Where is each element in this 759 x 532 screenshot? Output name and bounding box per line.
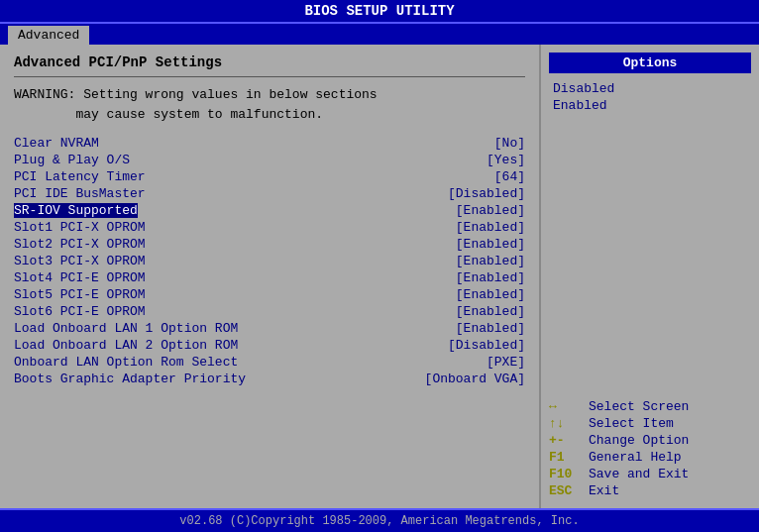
option-item: Disabled: [553, 81, 751, 96]
setting-name: Slot6 PCI-E OPROM: [14, 304, 146, 319]
setting-row[interactable]: Load Onboard LAN 1 Option ROM[Enabled]: [14, 321, 525, 336]
setting-value: [PXE]: [487, 355, 525, 370]
setting-value: [Enabled]: [456, 237, 525, 252]
keybind-key: ↑↓: [549, 416, 589, 431]
keybind-key: F10: [549, 467, 589, 481]
keybind-desc: Select Item: [589, 416, 674, 431]
setting-name: Slot1 PCI-X OPROM: [14, 220, 146, 235]
setting-row[interactable]: PCI Latency Timer[64]: [14, 169, 525, 184]
setting-row[interactable]: Slot2 PCI-X OPROM[Enabled]: [14, 237, 525, 252]
keybind-key: +-: [549, 433, 589, 448]
keybind-key: ↔: [549, 399, 589, 414]
setting-name: Plug & Play O/S: [14, 153, 130, 167]
setting-name: Slot5 PCI-E OPROM: [14, 287, 146, 302]
setting-value: [Enabled]: [456, 304, 525, 319]
keybind-desc: Save and Exit: [589, 467, 689, 481]
setting-name: PCI IDE BusMaster: [14, 186, 146, 201]
keybind-key: ESC: [549, 483, 589, 498]
setting-value: [Enabled]: [456, 321, 525, 336]
tab-row: Advanced: [0, 24, 759, 45]
setting-name: Load Onboard LAN 1 Option ROM: [14, 321, 238, 336]
setting-value: [Disabled]: [448, 186, 525, 201]
keybind-desc: Change Option: [589, 433, 689, 448]
setting-name: Onboard LAN Option Rom Select: [14, 355, 238, 370]
page-title: Advanced PCI/PnP Settings: [14, 54, 525, 70]
setting-value: [Onboard VGA]: [425, 372, 525, 386]
setting-value: [Yes]: [487, 153, 525, 167]
setting-name: Clear NVRAM: [14, 136, 99, 151]
setting-name: SR-IOV Supported: [14, 203, 138, 218]
setting-row[interactable]: Slot1 PCI-X OPROM[Enabled]: [14, 220, 525, 235]
settings-list: Clear NVRAM[No]Plug & Play O/S[Yes]PCI L…: [14, 136, 525, 386]
setting-value: [Enabled]: [456, 220, 525, 235]
setting-row[interactable]: Slot6 PCI-E OPROM[Enabled]: [14, 304, 525, 319]
option-item: Enabled: [553, 98, 751, 113]
setting-value: [64]: [494, 169, 525, 184]
keybind-row: F10Save and Exit: [549, 467, 751, 481]
footer: v02.68 (C)Copyright 1985-2009, American …: [0, 508, 759, 532]
keybind-desc: Exit: [589, 483, 619, 498]
tab-advanced[interactable]: Advanced: [8, 26, 89, 45]
setting-name: Slot2 PCI-X OPROM: [14, 237, 146, 252]
warning-text: WARNING: Setting wrong values in below s…: [14, 85, 525, 124]
keybinds: ↔Select Screen↑↓Select Item+-Change Opti…: [549, 399, 751, 500]
keybind-key: F1: [549, 450, 589, 465]
footer-label: v02.68 (C)Copyright 1985-2009, American …: [179, 514, 579, 528]
title-bar: BIOS SETUP UTILITY: [0, 0, 759, 24]
setting-row[interactable]: Boots Graphic Adapter Priority[Onboard V…: [14, 372, 525, 386]
title-label: BIOS SETUP UTILITY: [304, 3, 454, 19]
setting-name: PCI Latency Timer: [14, 169, 146, 184]
keybind-desc: Select Screen: [589, 399, 689, 414]
bios-app: BIOS SETUP UTILITY Advanced Advanced PCI…: [0, 0, 759, 532]
setting-name: Load Onboard LAN 2 Option ROM: [14, 338, 238, 353]
options-header: Options: [549, 53, 751, 73]
setting-name: Boots Graphic Adapter Priority: [14, 372, 246, 386]
setting-row[interactable]: SR-IOV Supported[Enabled]: [14, 203, 525, 218]
left-panel: Advanced PCI/PnP Settings WARNING: Setti…: [0, 45, 541, 508]
setting-row[interactable]: Load Onboard LAN 2 Option ROM[Disabled]: [14, 338, 525, 353]
keybind-row: ↑↓Select Item: [549, 416, 751, 431]
setting-row[interactable]: Clear NVRAM[No]: [14, 136, 525, 151]
setting-value: [Disabled]: [448, 338, 525, 353]
setting-row[interactable]: Slot4 PCI-E OPROM[Enabled]: [14, 270, 525, 285]
setting-row[interactable]: Slot3 PCI-X OPROM[Enabled]: [14, 254, 525, 268]
divider: [14, 76, 525, 77]
options-list: DisabledEnabled: [549, 81, 751, 115]
setting-row[interactable]: Onboard LAN Option Rom Select[PXE]: [14, 355, 525, 370]
keybind-row: ↔Select Screen: [549, 399, 751, 414]
main-content: Advanced PCI/PnP Settings WARNING: Setti…: [0, 45, 759, 508]
setting-value: [No]: [494, 136, 525, 151]
setting-row[interactable]: Slot5 PCI-E OPROM[Enabled]: [14, 287, 525, 302]
keybind-row: F1General Help: [549, 450, 751, 465]
right-panel: Options DisabledEnabled ↔Select Screen↑↓…: [541, 45, 759, 508]
setting-value: [Enabled]: [456, 254, 525, 268]
setting-name: Slot4 PCI-E OPROM: [14, 270, 146, 285]
setting-value: [Enabled]: [456, 203, 525, 218]
setting-row[interactable]: Plug & Play O/S[Yes]: [14, 153, 525, 167]
setting-name: Slot3 PCI-X OPROM: [14, 254, 146, 268]
setting-value: [Enabled]: [456, 270, 525, 285]
setting-row[interactable]: PCI IDE BusMaster[Disabled]: [14, 186, 525, 201]
keybind-row: ESCExit: [549, 483, 751, 498]
keybind-desc: General Help: [589, 450, 682, 465]
setting-value: [Enabled]: [456, 287, 525, 302]
keybind-row: +-Change Option: [549, 433, 751, 448]
